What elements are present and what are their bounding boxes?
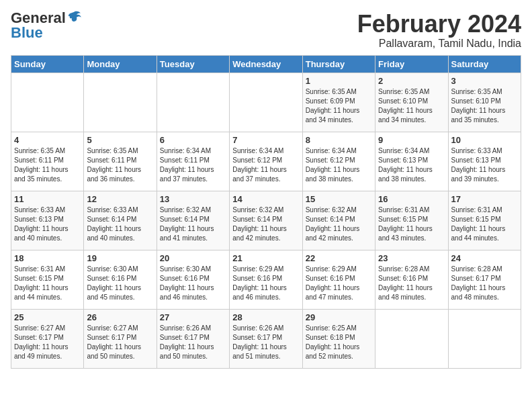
calendar-cell: 3Sunrise: 6:35 AMSunset: 6:10 PMDaylight…	[448, 73, 521, 132]
day-number: 13	[160, 194, 226, 204]
calendar-cell: 18Sunrise: 6:31 AMSunset: 6:15 PMDayligh…	[11, 250, 84, 309]
day-number: 15	[306, 194, 372, 204]
day-number: 22	[306, 253, 372, 263]
calendar-cell: 7Sunrise: 6:34 AMSunset: 6:12 PMDaylight…	[230, 132, 302, 191]
day-info: Sunrise: 6:31 AMSunset: 6:15 PMDaylight:…	[14, 265, 81, 302]
day-info: Sunrise: 6:28 AMSunset: 6:16 PMDaylight:…	[378, 265, 445, 302]
day-info: Sunrise: 6:29 AMSunset: 6:16 PMDaylight:…	[232, 265, 299, 302]
day-info: Sunrise: 6:35 AMSunset: 6:09 PMDaylight:…	[306, 87, 372, 125]
month-year-title: February 2024	[357, 11, 521, 38]
calendar-cell: 8Sunrise: 6:34 AMSunset: 6:12 PMDaylight…	[302, 132, 375, 191]
weekday-header: Monday	[84, 55, 157, 73]
weekday-header: Friday	[375, 55, 448, 73]
calendar-cell	[11, 73, 84, 132]
calendar-cell: 23Sunrise: 6:28 AMSunset: 6:16 PMDayligh…	[375, 250, 448, 309]
calendar-header: SundayMondayTuesdayWednesdayThursdayFrid…	[11, 55, 521, 73]
day-number: 19	[87, 253, 153, 263]
weekday-header: Wednesday	[230, 55, 302, 73]
calendar-cell: 20Sunrise: 6:30 AMSunset: 6:16 PMDayligh…	[157, 250, 229, 309]
day-info: Sunrise: 6:31 AMSunset: 6:15 PMDaylight:…	[451, 205, 518, 243]
calendar-cell: 5Sunrise: 6:35 AMSunset: 6:11 PMDaylight…	[84, 132, 157, 191]
day-info: Sunrise: 6:33 AMSunset: 6:13 PMDaylight:…	[14, 205, 81, 243]
day-number: 1	[306, 76, 372, 86]
day-info: Sunrise: 6:34 AMSunset: 6:13 PMDaylight:…	[378, 146, 445, 184]
calendar-cell	[230, 73, 302, 132]
day-info: Sunrise: 6:30 AMSunset: 6:16 PMDaylight:…	[160, 265, 226, 302]
calendar-cell: 11Sunrise: 6:33 AMSunset: 6:13 PMDayligh…	[11, 191, 84, 250]
day-number: 12	[87, 194, 153, 204]
calendar-cell: 22Sunrise: 6:29 AMSunset: 6:16 PMDayligh…	[302, 250, 375, 309]
day-info: Sunrise: 6:32 AMSunset: 6:14 PMDaylight:…	[232, 205, 299, 243]
day-info: Sunrise: 6:34 AMSunset: 6:12 PMDaylight:…	[306, 146, 372, 184]
weekday-header: Saturday	[448, 55, 521, 73]
day-number: 26	[87, 312, 153, 322]
day-number: 7	[232, 135, 299, 145]
calendar-cell: 19Sunrise: 6:30 AMSunset: 6:16 PMDayligh…	[84, 250, 157, 309]
calendar-cell: 2Sunrise: 6:35 AMSunset: 6:10 PMDaylight…	[375, 73, 448, 132]
day-info: Sunrise: 6:29 AMSunset: 6:16 PMDaylight:…	[306, 265, 372, 302]
day-info: Sunrise: 6:34 AMSunset: 6:11 PMDaylight:…	[160, 146, 226, 184]
calendar-cell	[375, 309, 448, 368]
logo-bird-icon	[67, 9, 82, 24]
calendar-cell: 24Sunrise: 6:28 AMSunset: 6:17 PMDayligh…	[448, 250, 521, 309]
weekday-header: Sunday	[11, 55, 84, 73]
day-number: 28	[232, 312, 299, 322]
day-info: Sunrise: 6:30 AMSunset: 6:16 PMDaylight:…	[87, 265, 153, 302]
day-info: Sunrise: 6:25 AMSunset: 6:18 PMDaylight:…	[306, 324, 372, 361]
calendar-cell: 29Sunrise: 6:25 AMSunset: 6:18 PMDayligh…	[302, 309, 375, 368]
day-info: Sunrise: 6:31 AMSunset: 6:15 PMDaylight:…	[378, 205, 445, 243]
weekday-header: Thursday	[302, 55, 375, 73]
calendar-week-row: 1Sunrise: 6:35 AMSunset: 6:09 PMDaylight…	[11, 73, 521, 132]
calendar-cell: 26Sunrise: 6:27 AMSunset: 6:17 PMDayligh…	[84, 309, 157, 368]
day-number: 10	[451, 135, 518, 145]
day-number: 25	[14, 312, 81, 322]
calendar-cell: 16Sunrise: 6:31 AMSunset: 6:15 PMDayligh…	[375, 191, 448, 250]
day-info: Sunrise: 6:35 AMSunset: 6:10 PMDaylight:…	[451, 87, 518, 125]
logo-blue-text: Blue	[11, 26, 43, 40]
day-number: 3	[451, 76, 518, 86]
day-info: Sunrise: 6:34 AMSunset: 6:12 PMDaylight:…	[232, 146, 299, 184]
calendar-body: 1Sunrise: 6:35 AMSunset: 6:09 PMDaylight…	[11, 73, 521, 368]
day-number: 5	[87, 135, 153, 145]
day-number: 9	[378, 135, 445, 145]
logo: General Blue	[11, 11, 82, 40]
calendar-cell	[157, 73, 229, 132]
calendar-cell: 15Sunrise: 6:32 AMSunset: 6:14 PMDayligh…	[302, 191, 375, 250]
calendar-cell: 21Sunrise: 6:29 AMSunset: 6:16 PMDayligh…	[230, 250, 302, 309]
weekday-header: Tuesday	[157, 55, 229, 73]
calendar-cell: 10Sunrise: 6:33 AMSunset: 6:13 PMDayligh…	[448, 132, 521, 191]
day-info: Sunrise: 6:33 AMSunset: 6:13 PMDaylight:…	[451, 146, 518, 184]
calendar-cell: 17Sunrise: 6:31 AMSunset: 6:15 PMDayligh…	[448, 191, 521, 250]
calendar-week-row: 18Sunrise: 6:31 AMSunset: 6:15 PMDayligh…	[11, 250, 521, 309]
day-info: Sunrise: 6:27 AMSunset: 6:17 PMDaylight:…	[87, 324, 153, 361]
page-header: General Blue February 2024 Pallavaram, T…	[11, 11, 521, 50]
calendar-cell: 6Sunrise: 6:34 AMSunset: 6:11 PMDaylight…	[157, 132, 229, 191]
calendar-cell: 13Sunrise: 6:32 AMSunset: 6:14 PMDayligh…	[157, 191, 229, 250]
calendar-cell: 12Sunrise: 6:33 AMSunset: 6:14 PMDayligh…	[84, 191, 157, 250]
day-info: Sunrise: 6:35 AMSunset: 6:11 PMDaylight:…	[87, 146, 153, 184]
day-info: Sunrise: 6:33 AMSunset: 6:14 PMDaylight:…	[87, 205, 153, 243]
calendar-cell: 25Sunrise: 6:27 AMSunset: 6:17 PMDayligh…	[11, 309, 84, 368]
day-info: Sunrise: 6:26 AMSunset: 6:17 PMDaylight:…	[160, 324, 226, 361]
day-number: 4	[14, 135, 81, 145]
calendar-week-row: 25Sunrise: 6:27 AMSunset: 6:17 PMDayligh…	[11, 309, 521, 368]
calendar-table: SundayMondayTuesdayWednesdayThursdayFrid…	[11, 55, 521, 369]
day-info: Sunrise: 6:26 AMSunset: 6:17 PMDaylight:…	[232, 324, 299, 361]
day-number: 18	[14, 253, 81, 263]
calendar-cell: 9Sunrise: 6:34 AMSunset: 6:13 PMDaylight…	[375, 132, 448, 191]
day-number: 6	[160, 135, 226, 145]
calendar-week-row: 4Sunrise: 6:35 AMSunset: 6:11 PMDaylight…	[11, 132, 521, 191]
day-number: 11	[14, 194, 81, 204]
day-number: 29	[306, 312, 372, 322]
day-number: 8	[306, 135, 372, 145]
calendar-cell	[84, 73, 157, 132]
day-number: 24	[451, 253, 518, 263]
day-number: 23	[378, 253, 445, 263]
day-number: 27	[160, 312, 226, 322]
day-number: 17	[451, 194, 518, 204]
title-section: February 2024 Pallavaram, Tamil Nadu, In…	[357, 11, 521, 50]
calendar-cell: 27Sunrise: 6:26 AMSunset: 6:17 PMDayligh…	[157, 309, 229, 368]
location-text: Pallavaram, Tamil Nadu, India	[357, 38, 521, 50]
calendar-week-row: 11Sunrise: 6:33 AMSunset: 6:13 PMDayligh…	[11, 191, 521, 250]
day-info: Sunrise: 6:27 AMSunset: 6:17 PMDaylight:…	[14, 324, 81, 361]
